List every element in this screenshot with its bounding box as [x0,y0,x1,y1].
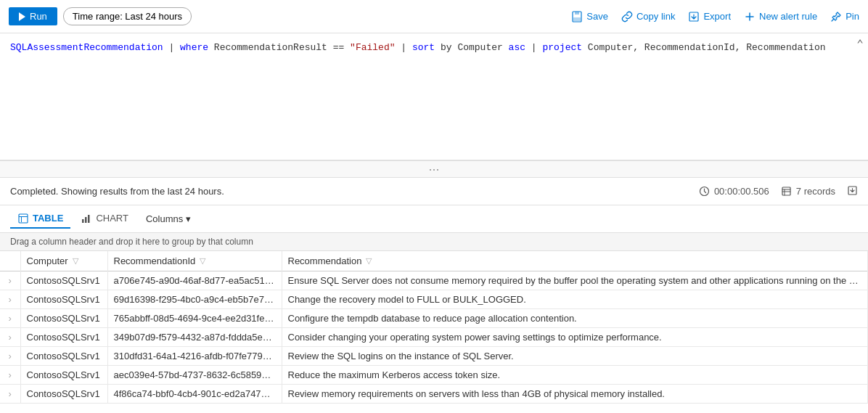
recid-cell: aec039e4-57bd-4737-8632-6c58593d4... [107,366,282,385]
export-results-button[interactable] [847,185,858,198]
run-button[interactable]: Run [9,7,57,25]
svg-rect-2 [573,17,581,21]
link-icon [621,11,633,23]
columns-button[interactable]: Columns ▾ [139,210,198,227]
recommendation-header[interactable]: Recommendation ▽ [282,251,868,271]
recid-cell: 765abbff-08d5-4694-9ce4-ee2d31fe0dca [107,309,282,328]
recommendation-cell: Change the recovery model to FULL or BUL… [282,290,868,309]
recid-cell: 349b07d9-f579-4432-a87d-fddda5e63c... [107,328,282,347]
computer-cell: ContosoSQLSrv1 [20,366,107,385]
table-icon [17,213,29,224]
table-row: ›ContosoSQLSrv169d16398-f295-4bc0-a9c4-e… [0,290,868,309]
results-bar: Completed. Showing results from the last… [0,178,868,205]
table-row: ›ContosoSQLSrv14f86ca74-bbf0-4cb4-901c-e… [0,385,868,404]
svg-rect-1 [575,12,579,15]
time-range-label: Time range: Last 24 hours [73,11,182,22]
recommendation-cell: Review the SQL logins on the instance of… [282,347,868,366]
recid-header[interactable]: RecommendationId ▽ [107,251,282,271]
export-label: Export [703,11,731,22]
table-row: ›ContosoSQLSrv1aec039e4-57bd-4737-8632-6… [0,366,868,385]
duration-value: 00:00:00.506 [714,186,769,197]
resize-handle[interactable]: ··· [0,160,868,178]
clock-icon [699,186,711,197]
recommendation-cell: Consider changing your operating system … [282,328,868,347]
computer-cell: ContosoSQLSrv1 [20,290,107,309]
svg-rect-7 [19,214,28,223]
query-editor[interactable]: SQLAssessmentRecommendation | where Reco… [0,33,868,160]
pin-label: Pin [846,11,859,22]
query-text: SQLAssessmentRecommendation | where Reco… [10,41,858,55]
computer-cell: ContosoSQLSrv1 [20,385,107,404]
table-row: ›ContosoSQLSrv1a706e745-a90d-46af-8d77-e… [0,271,868,290]
save-button[interactable]: Save [571,11,608,23]
status-text: Completed. Showing results from the last… [10,186,693,197]
tab-bar: TABLE CHART Columns ▾ [0,205,868,233]
computer-filter-icon[interactable]: ▽ [73,256,78,266]
recommendation-cell: Configure the tempdb database to reduce … [282,309,868,328]
tab-table[interactable]: TABLE [10,210,70,229]
toolbar: Run Time range: Last 24 hours Save Cop [0,0,868,33]
tab-chart[interactable]: CHART [73,210,136,229]
table-header-row: Computer ▽ RecommendationId ▽ Recommenda… [0,251,868,271]
records-value: 7 records [796,186,835,197]
expand-cell[interactable]: › [0,290,20,309]
pin-icon [830,11,842,23]
meta-right: 00:00:00.506 7 records [699,185,858,198]
expand-cell[interactable]: › [0,366,20,385]
save-icon [571,11,583,23]
recommendation-filter-icon[interactable]: ▽ [366,256,372,266]
records-meta: 7 records [781,186,835,197]
recid-cell: 69d16398-f295-4bc0-a9c4-eb5b7e7096... [107,290,282,309]
recid-cell: 310dfd31-64a1-4216-afdb-f07fe77972ca [107,347,282,366]
expand-cell[interactable]: › [0,309,20,328]
recid-cell: a706e745-a90d-46af-8d77-ea5ac51a233c [107,271,282,290]
export-icon [688,11,700,23]
plus-icon [744,11,756,23]
table-row: ›ContosoSQLSrv1765abbff-08d5-4694-9ce4-e… [0,309,868,328]
recommendation-cell: Review memory requirements on servers wi… [282,385,868,404]
computer-cell: ContosoSQLSrv1 [20,271,107,290]
recid-cell: 4f86ca74-bbf0-4cb4-901c-ed2a7476602b [107,385,282,404]
expand-cell[interactable]: › [0,328,20,347]
chevron-down-icon: ▾ [186,213,191,224]
time-range-button[interactable]: Time range: Last 24 hours [63,7,192,25]
drag-instruction: Drag a column header and drop it here to… [0,233,868,251]
tab-table-label: TABLE [33,213,63,224]
svg-rect-8 [82,219,84,223]
recommendation-cell: Ensure SQL Server does not consume memor… [282,271,868,290]
chart-icon [81,213,92,224]
columns-label: Columns [146,213,183,224]
svg-rect-9 [85,217,87,223]
computer-cell: ContosoSQLSrv1 [20,347,107,366]
expand-cell[interactable]: › [0,385,20,404]
copy-link-button[interactable]: Copy link [621,11,675,23]
save-label: Save [586,11,608,22]
results-table-wrapper[interactable]: Computer ▽ RecommendationId ▽ Recommenda… [0,251,868,404]
run-label: Run [30,11,47,22]
recid-filter-icon[interactable]: ▽ [200,256,205,266]
new-alert-rule-button[interactable]: New alert rule [744,11,817,23]
duration-meta: 00:00:00.506 [699,186,769,197]
collapse-button[interactable]: ⌃ [856,36,864,54]
expand-header [0,251,20,271]
table-row: ›ContosoSQLSrv1349b07d9-f579-4432-a87d-f… [0,328,868,347]
computer-header[interactable]: Computer ▽ [20,251,107,271]
play-icon [19,12,25,21]
tab-chart-label: CHART [96,213,128,224]
toolbar-right: Save Copy link Export [571,11,859,23]
results-table: Computer ▽ RecommendationId ▽ Recommenda… [0,251,868,404]
records-icon [781,186,793,197]
expand-cell[interactable]: › [0,347,20,366]
computer-cell: ContosoSQLSrv1 [20,328,107,347]
pin-button[interactable]: Pin [830,11,859,23]
table-row: ›ContosoSQLSrv1310dfd31-64a1-4216-afdb-f… [0,347,868,366]
copy-link-label: Copy link [636,11,675,22]
computer-cell: ContosoSQLSrv1 [20,309,107,328]
svg-rect-10 [88,215,90,223]
new-alert-rule-label: New alert rule [759,11,817,22]
recommendation-cell: Reduce the maximum Kerberos access token… [282,366,868,385]
expand-cell[interactable]: › [0,271,20,290]
export-button[interactable]: Export [688,11,731,23]
